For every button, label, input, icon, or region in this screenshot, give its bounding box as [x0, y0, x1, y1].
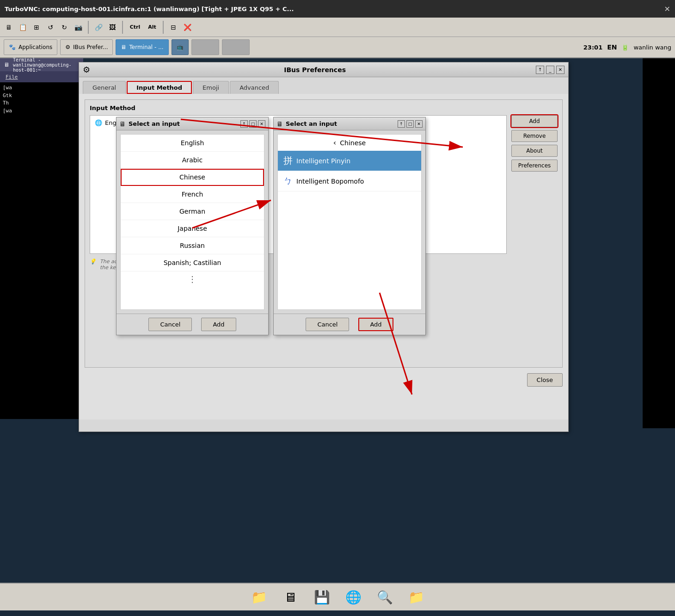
ibus-title-bar: ⚙ IBus Preferences ↑ _ ✕ [79, 62, 568, 77]
bottom-search[interactable]: 🔍 [374, 586, 396, 608]
main-title-bar: TurboVNC: computing-host-001.icinfra.cn:… [0, 0, 675, 18]
language-indicator: EN [607, 43, 617, 51]
ibus-scroll-up[interactable]: ↑ [536, 66, 544, 74]
refresh-right-icon[interactable]: ↻ [58, 21, 70, 33]
list-item-arabic[interactable]: Arabic [121, 152, 264, 169]
select-1-scroll-up[interactable]: ↑ [240, 120, 248, 128]
vnc-icon: 📺 [177, 44, 184, 50]
terminal-label: Terminal - ... [129, 44, 163, 50]
close-button[interactable]: Close [527, 373, 563, 387]
tab-advanced[interactable]: Advanced [230, 81, 279, 94]
select-dialog-1: 🖥 Select an input ↑ □ ✕ English Arabic C… [116, 117, 269, 335]
select-2-scroll-up[interactable]: ↑ [398, 120, 405, 128]
list-item-russian[interactable]: Russian [121, 237, 264, 254]
extra-btn-2[interactable] [222, 39, 250, 55]
link-icon[interactable]: 🔗 [92, 21, 104, 33]
remove-icon[interactable]: ⊟ [167, 21, 179, 33]
ibus-body: Input Method 🌐 English - Add Remove Abou… [79, 94, 568, 419]
select-1-add[interactable]: Add [201, 318, 236, 331]
select-2-controls: ↑ □ ✕ [398, 120, 423, 128]
select-1-cancel[interactable]: Cancel [148, 318, 192, 331]
list-item-german[interactable]: German [121, 203, 264, 220]
list-item-spanish[interactable]: Spanish; Castilian [121, 254, 264, 271]
list-item-english[interactable]: English [121, 135, 264, 152]
ibus-minimize[interactable]: _ [546, 66, 554, 74]
alt-key[interactable]: Alt [145, 21, 159, 33]
terminal-title-icon: 🖥 [4, 62, 9, 68]
taskbar: 🐾 Applications ⚙ IBus Prefer... 🖥 Termin… [0, 37, 675, 58]
bottom-files[interactable]: 💾 [311, 586, 333, 608]
terminal-button[interactable]: 🖥 Terminal - ... [116, 39, 168, 55]
refresh-left-icon[interactable]: ↺ [44, 21, 56, 33]
x-icon[interactable]: ❌ [181, 21, 193, 33]
extra-btn-1[interactable] [191, 39, 219, 55]
ibus-icon: ⚙ [65, 44, 70, 50]
applications-button[interactable]: 🐾 Applications [4, 39, 57, 55]
tab-emoji[interactable]: Emoji [193, 81, 229, 94]
grid-icon[interactable]: ⊞ [31, 21, 43, 33]
select-2-add[interactable]: Add [358, 318, 393, 331]
select-1-maximize[interactable]: □ [249, 120, 257, 128]
main-area: 🖥 Terminal - wanlinwang@computing-host-0… [0, 58, 675, 610]
tab-general[interactable]: General [83, 81, 126, 94]
taskbar-right: 23:01 EN 🔋 wanlin wang [583, 43, 671, 51]
remove-button[interactable]: Remove [511, 130, 558, 142]
select-1-close[interactable]: ✕ [258, 120, 265, 128]
select-2-icon: 🖥 [276, 120, 283, 128]
close-icon[interactable]: ✕ [664, 5, 670, 13]
more-indicator: ⋮ [121, 271, 264, 287]
select-1-icon: 🖥 [119, 120, 126, 128]
list-item-japanese[interactable]: Japanese [121, 220, 264, 237]
select-1-title: Select an input [129, 120, 238, 127]
select-2-maximize[interactable]: □ [406, 120, 414, 128]
close-row: Close [85, 373, 563, 387]
add-button[interactable]: Add [511, 115, 558, 127]
right-strip [643, 58, 675, 428]
pinyin-label: Intelligent Pinyin [296, 157, 350, 165]
title-bar-text: TurboVNC: computing-host-001.icinfra.cn:… [5, 6, 664, 12]
ibus-title-icon: ⚙ [83, 65, 90, 74]
user-name: wanlin wang [633, 44, 671, 51]
method-icon-english: 🌐 [95, 119, 102, 126]
terminal-menu: File [0, 71, 83, 82]
select-dialog-2: 🖥 Select an input ↑ □ ✕ ‹ Chinese [273, 117, 426, 335]
applications-label: Applications [18, 44, 52, 50]
list-item-chinese[interactable]: Chinese [121, 169, 264, 186]
doc-icon[interactable]: 📋 [17, 21, 29, 33]
ibus-button[interactable]: ⚙ IBus Prefer... [60, 39, 113, 55]
preferences-button[interactable]: Preferences [511, 160, 558, 172]
toolbar-divider-1 [88, 21, 89, 34]
ibus-title-text: IBus Preferences [94, 66, 536, 74]
select-dialog-2-title-bar: 🖥 Select an input ↑ □ ✕ [274, 117, 425, 130]
tab-input-method[interactable]: Input Method [127, 81, 192, 94]
battery-icon: 🔋 [621, 44, 629, 51]
camera-icon[interactable]: 📷 [72, 21, 84, 33]
select-2-cancel[interactable]: Cancel [306, 318, 349, 331]
back-arrow[interactable]: ‹ [333, 138, 336, 147]
info-icon: 💡 [90, 259, 96, 271]
monitor-icon[interactable]: 🖥 [3, 21, 15, 33]
select-2-bottom: Cancel Add [274, 314, 425, 335]
terminal-title-text: Terminal - wanlinwang@computing-host-001… [13, 57, 80, 73]
about-button[interactable]: About [511, 145, 558, 157]
clock: 23:01 [583, 44, 602, 51]
ctrl-key[interactable]: Ctrl [127, 21, 143, 33]
bottom-terminal[interactable]: 🖥 [279, 586, 301, 608]
select-list-2: ‹ Chinese 拼 Intelligent Pinyin ㄅ Intelli… [277, 134, 422, 310]
list-item-french[interactable]: French [121, 186, 264, 203]
select-2-title: Select an input [286, 120, 395, 127]
ibus-close[interactable]: ✕ [556, 66, 565, 74]
select-2-close[interactable]: ✕ [415, 120, 423, 128]
terminal-title-bar: 🖥 Terminal - wanlinwang@computing-host-0… [0, 58, 83, 71]
select-1-controls: ↑ □ ✕ [240, 120, 265, 128]
list-item-bopomofo[interactable]: ㄅ Intelligent Bopomofo [278, 171, 421, 191]
vnc-active-button[interactable]: 📺 [172, 39, 189, 55]
select-dialog-1-title-bar: 🖥 Select an input ↑ □ ✕ [117, 117, 268, 130]
bottom-browser[interactable]: 🌐 [342, 586, 364, 608]
bottom-folder-2[interactable]: 📁 [405, 586, 427, 608]
pinyin-icon: 拼 [283, 154, 293, 167]
list-item-pinyin[interactable]: 拼 Intelligent Pinyin [278, 151, 421, 171]
image-icon[interactable]: 🖼 [106, 21, 118, 33]
terminal-file-menu[interactable]: File [3, 74, 21, 80]
bottom-folder-1[interactable]: 📁 [248, 586, 270, 608]
